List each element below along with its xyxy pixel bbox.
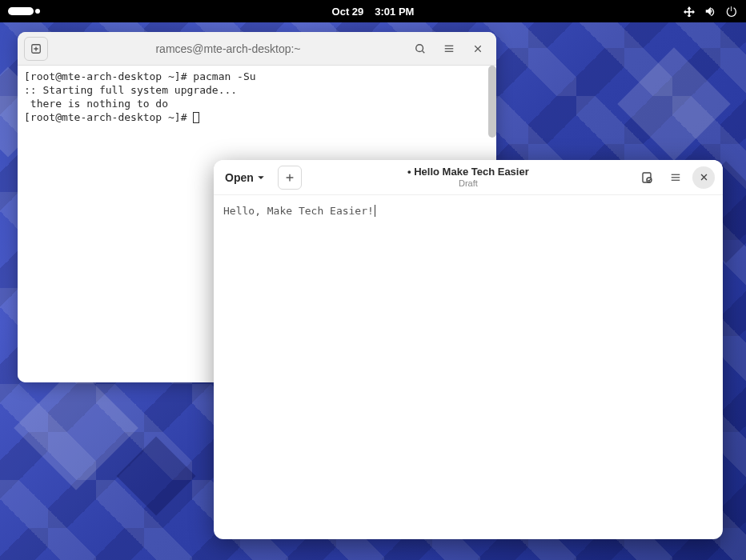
menu-button[interactable] <box>664 166 688 190</box>
svg-rect-3 <box>445 48 454 49</box>
terminal-line: [root@mte-arch-desktop ~]# <box>24 111 490 125</box>
network-icon <box>684 6 695 17</box>
text-editor-window: Open • Hello Make Tech Easier Draft Hell… <box>214 160 723 539</box>
editor-content[interactable]: Hello, Make Tech Easier! <box>214 195 723 539</box>
terminal-line: :: Starting full system upgrade... <box>24 84 490 98</box>
close-button[interactable] <box>466 37 490 61</box>
document-info-button[interactable] <box>635 166 659 190</box>
date-label: Oct 29 <box>332 6 364 18</box>
svg-rect-2 <box>445 45 454 46</box>
power-icon <box>725 6 736 17</box>
svg-rect-7 <box>672 174 680 174</box>
svg-rect-9 <box>672 179 680 180</box>
editor-text: Hello, Make Tech Easier! <box>223 205 374 217</box>
clock[interactable]: Oct 29 3:01 PM <box>332 6 415 18</box>
chevron-down-icon <box>257 174 265 182</box>
search-button[interactable] <box>408 37 432 61</box>
close-button[interactable] <box>692 166 715 189</box>
scrollbar[interactable] <box>488 66 496 138</box>
terminal-line: there is nothing to do <box>24 98 490 111</box>
volume-icon <box>704 6 716 17</box>
top-bar: Oct 29 3:01 PM <box>0 0 746 22</box>
svg-rect-8 <box>672 177 680 178</box>
terminal-headerbar: ramces@mte-arch-desktop:~ <box>18 32 496 66</box>
svg-point-1 <box>416 44 423 51</box>
open-button[interactable]: Open <box>222 168 268 187</box>
time-label: 3:01 PM <box>375 6 414 18</box>
new-tab-button[interactable] <box>24 37 48 61</box>
cursor-icon <box>193 112 199 123</box>
editor-headerbar: Open • Hello Make Tech Easier Draft <box>214 160 723 195</box>
menu-button[interactable] <box>437 37 461 61</box>
document-subtitle: Draft <box>459 178 478 188</box>
text-cursor-icon <box>375 205 375 217</box>
system-tray[interactable] <box>684 6 736 17</box>
terminal-title: ramces@mte-arch-desktop:~ <box>53 42 403 55</box>
document-title: • Hello Make Tech Easier <box>407 166 529 178</box>
svg-rect-4 <box>445 50 454 51</box>
activities-button[interactable] <box>8 7 34 15</box>
new-document-button[interactable] <box>278 166 302 190</box>
terminal-line: [root@mte-arch-desktop ~]# pacman -Su <box>24 70 490 84</box>
